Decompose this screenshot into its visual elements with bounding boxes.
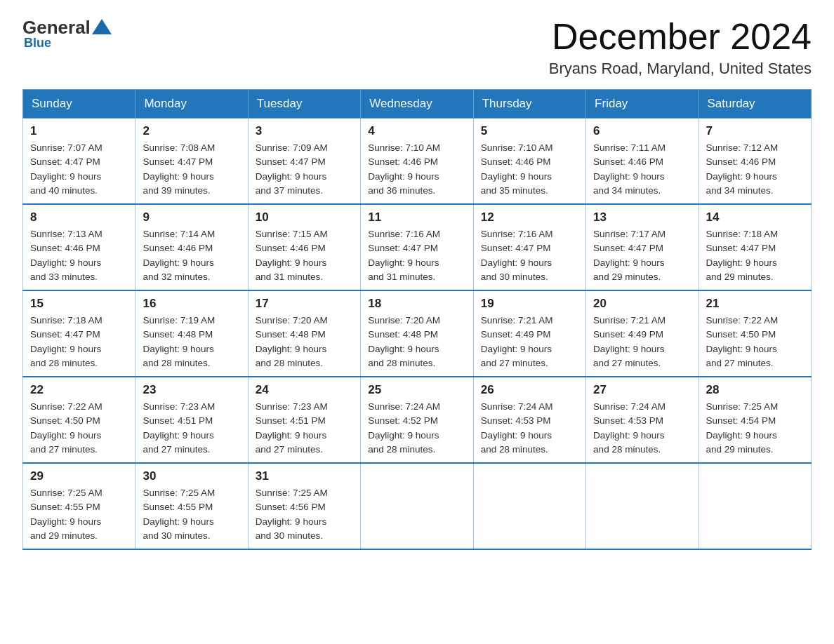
day-number: 2 <box>143 124 240 138</box>
day-number: 25 <box>368 383 465 397</box>
day-of-week-header: Tuesday <box>248 90 360 119</box>
day-of-week-header: Saturday <box>699 90 811 119</box>
calendar-day-cell: 22Sunrise: 7:22 AMSunset: 4:50 PMDayligh… <box>23 377 135 463</box>
calendar-table: SundayMondayTuesdayWednesdayThursdayFrid… <box>22 89 812 550</box>
day-number: 4 <box>368 124 465 138</box>
day-number: 13 <box>593 210 691 224</box>
day-number: 26 <box>481 383 578 397</box>
month-title: December 2024 <box>549 17 812 57</box>
day-info: Sunrise: 7:25 AMSunset: 4:56 PMDaylight:… <box>256 486 353 543</box>
day-number: 27 <box>593 383 691 397</box>
day-number: 5 <box>481 124 578 138</box>
day-number: 3 <box>256 124 353 138</box>
day-number: 6 <box>593 124 691 138</box>
calendar-day-cell: 13Sunrise: 7:17 AMSunset: 4:47 PMDayligh… <box>586 204 699 290</box>
day-number: 21 <box>706 297 804 311</box>
day-info: Sunrise: 7:14 AMSunset: 4:46 PMDaylight:… <box>143 227 240 284</box>
day-info: Sunrise: 7:24 AMSunset: 4:53 PMDaylight:… <box>481 400 578 457</box>
day-number: 28 <box>706 383 804 397</box>
day-info: Sunrise: 7:21 AMSunset: 4:49 PMDaylight:… <box>481 314 578 370</box>
calendar-week-row: 29Sunrise: 7:25 AMSunset: 4:55 PMDayligh… <box>23 463 812 549</box>
calendar-header-row: SundayMondayTuesdayWednesdayThursdayFrid… <box>23 90 812 119</box>
calendar-day-cell: 29Sunrise: 7:25 AMSunset: 4:55 PMDayligh… <box>23 463 135 549</box>
day-number: 31 <box>256 469 353 483</box>
calendar-day-cell: 5Sunrise: 7:10 AMSunset: 4:46 PMDaylight… <box>473 119 585 205</box>
calendar-day-cell: 26Sunrise: 7:24 AMSunset: 4:53 PMDayligh… <box>473 377 585 463</box>
day-info: Sunrise: 7:25 AMSunset: 4:55 PMDaylight:… <box>30 486 128 543</box>
calendar-day-cell: 10Sunrise: 7:15 AMSunset: 4:46 PMDayligh… <box>248 204 360 290</box>
day-info: Sunrise: 7:16 AMSunset: 4:47 PMDaylight:… <box>368 227 465 284</box>
calendar-day-cell: 18Sunrise: 7:20 AMSunset: 4:48 PMDayligh… <box>361 290 473 377</box>
day-number: 9 <box>143 210 240 224</box>
day-number: 22 <box>30 383 128 397</box>
day-number: 24 <box>256 383 353 397</box>
calendar-day-cell <box>473 463 585 549</box>
day-number: 17 <box>256 297 353 311</box>
day-info: Sunrise: 7:09 AMSunset: 4:47 PMDaylight:… <box>256 141 353 198</box>
day-info: Sunrise: 7:12 AMSunset: 4:46 PMDaylight:… <box>706 141 804 198</box>
day-info: Sunrise: 7:21 AMSunset: 4:49 PMDaylight:… <box>593 314 691 370</box>
day-info: Sunrise: 7:22 AMSunset: 4:50 PMDaylight:… <box>30 400 128 457</box>
day-info: Sunrise: 7:19 AMSunset: 4:48 PMDaylight:… <box>143 314 240 370</box>
calendar-week-row: 1Sunrise: 7:07 AMSunset: 4:47 PMDaylight… <box>23 119 812 205</box>
calendar-day-cell: 17Sunrise: 7:20 AMSunset: 4:48 PMDayligh… <box>248 290 360 377</box>
day-info: Sunrise: 7:20 AMSunset: 4:48 PMDaylight:… <box>368 314 465 370</box>
day-of-week-header: Friday <box>586 90 699 119</box>
logo: General Blue <box>22 17 113 51</box>
day-of-week-header: Wednesday <box>361 90 473 119</box>
day-number: 12 <box>481 210 578 224</box>
calendar-day-cell: 28Sunrise: 7:25 AMSunset: 4:54 PMDayligh… <box>699 377 811 463</box>
calendar-week-row: 8Sunrise: 7:13 AMSunset: 4:46 PMDaylight… <box>23 204 812 290</box>
title-section: December 2024 Bryans Road, Maryland, Uni… <box>549 17 812 78</box>
calendar-day-cell: 23Sunrise: 7:23 AMSunset: 4:51 PMDayligh… <box>135 377 248 463</box>
day-info: Sunrise: 7:07 AMSunset: 4:47 PMDaylight:… <box>30 141 128 198</box>
calendar-day-cell: 16Sunrise: 7:19 AMSunset: 4:48 PMDayligh… <box>135 290 248 377</box>
day-info: Sunrise: 7:13 AMSunset: 4:46 PMDaylight:… <box>30 227 128 284</box>
page-header: General Blue December 2024 Bryans Road, … <box>22 17 812 78</box>
day-number: 16 <box>143 297 240 311</box>
day-number: 11 <box>368 210 465 224</box>
day-number: 15 <box>30 297 128 311</box>
day-info: Sunrise: 7:11 AMSunset: 4:46 PMDaylight:… <box>593 141 691 198</box>
day-number: 23 <box>143 383 240 397</box>
day-number: 19 <box>481 297 578 311</box>
calendar-day-cell: 9Sunrise: 7:14 AMSunset: 4:46 PMDaylight… <box>135 204 248 290</box>
calendar-week-row: 22Sunrise: 7:22 AMSunset: 4:50 PMDayligh… <box>23 377 812 463</box>
day-info: Sunrise: 7:25 AMSunset: 4:54 PMDaylight:… <box>706 400 804 457</box>
calendar-day-cell: 3Sunrise: 7:09 AMSunset: 4:47 PMDaylight… <box>248 119 360 205</box>
day-info: Sunrise: 7:23 AMSunset: 4:51 PMDaylight:… <box>256 400 353 457</box>
day-info: Sunrise: 7:15 AMSunset: 4:46 PMDaylight:… <box>256 227 353 284</box>
day-info: Sunrise: 7:08 AMSunset: 4:47 PMDaylight:… <box>143 141 240 198</box>
day-info: Sunrise: 7:18 AMSunset: 4:47 PMDaylight:… <box>706 227 804 284</box>
calendar-day-cell: 12Sunrise: 7:16 AMSunset: 4:47 PMDayligh… <box>473 204 585 290</box>
day-number: 14 <box>706 210 804 224</box>
day-info: Sunrise: 7:18 AMSunset: 4:47 PMDaylight:… <box>30 314 128 370</box>
day-info: Sunrise: 7:24 AMSunset: 4:52 PMDaylight:… <box>368 400 465 457</box>
calendar-day-cell: 21Sunrise: 7:22 AMSunset: 4:50 PMDayligh… <box>699 290 811 377</box>
calendar-day-cell: 1Sunrise: 7:07 AMSunset: 4:47 PMDaylight… <box>23 119 135 205</box>
calendar-day-cell: 15Sunrise: 7:18 AMSunset: 4:47 PMDayligh… <box>23 290 135 377</box>
day-number: 20 <box>593 297 691 311</box>
calendar-day-cell: 19Sunrise: 7:21 AMSunset: 4:49 PMDayligh… <box>473 290 585 377</box>
day-number: 18 <box>368 297 465 311</box>
calendar-day-cell <box>699 463 811 549</box>
calendar-day-cell: 7Sunrise: 7:12 AMSunset: 4:46 PMDaylight… <box>699 119 811 205</box>
calendar-day-cell <box>361 463 473 549</box>
calendar-day-cell <box>586 463 699 549</box>
day-info: Sunrise: 7:25 AMSunset: 4:55 PMDaylight:… <box>143 486 240 543</box>
day-info: Sunrise: 7:23 AMSunset: 4:51 PMDaylight:… <box>143 400 240 457</box>
day-info: Sunrise: 7:20 AMSunset: 4:48 PMDaylight:… <box>256 314 353 370</box>
calendar-day-cell: 11Sunrise: 7:16 AMSunset: 4:47 PMDayligh… <box>361 204 473 290</box>
calendar-day-cell: 25Sunrise: 7:24 AMSunset: 4:52 PMDayligh… <box>361 377 473 463</box>
calendar-week-row: 15Sunrise: 7:18 AMSunset: 4:47 PMDayligh… <box>23 290 812 377</box>
day-info: Sunrise: 7:17 AMSunset: 4:47 PMDaylight:… <box>593 227 691 284</box>
day-number: 8 <box>30 210 128 224</box>
location-text: Bryans Road, Maryland, United States <box>549 60 812 78</box>
day-number: 1 <box>30 124 128 138</box>
calendar-day-cell: 24Sunrise: 7:23 AMSunset: 4:51 PMDayligh… <box>248 377 360 463</box>
calendar-day-cell: 30Sunrise: 7:25 AMSunset: 4:55 PMDayligh… <box>135 463 248 549</box>
day-of-week-header: Thursday <box>473 90 585 119</box>
day-info: Sunrise: 7:16 AMSunset: 4:47 PMDaylight:… <box>481 227 578 284</box>
day-info: Sunrise: 7:10 AMSunset: 4:46 PMDaylight:… <box>368 141 465 198</box>
day-of-week-header: Monday <box>135 90 248 119</box>
